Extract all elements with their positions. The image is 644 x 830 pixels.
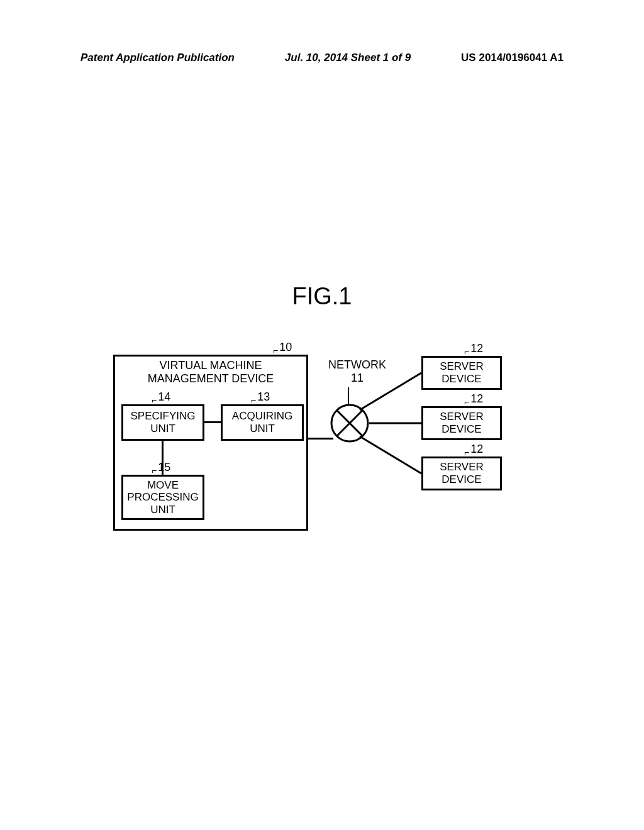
connector-line	[204, 421, 221, 423]
vmm-title: VIRTUAL MACHINE MANAGEMENT DEVICE	[115, 359, 306, 385]
acquiring-unit-box: ACQUIRING UNIT	[221, 404, 304, 441]
hook-icon: ⌐	[464, 397, 469, 407]
header-right: US 2014/0196041 A1	[461, 52, 564, 64]
ref-14: ⌐14	[152, 390, 170, 404]
network-node-icon	[330, 404, 369, 443]
figure-diagram: ⌐10 VIRTUAL MACHINE MANAGEMENT DEVICE ⌐1…	[107, 340, 535, 553]
server-device-box: SERVER DEVICE	[421, 406, 502, 440]
ref-10: ⌐10	[273, 341, 292, 354]
ref-12: ⌐12	[464, 392, 483, 406]
hook-icon: ⌐	[152, 465, 157, 475]
hook-icon: ⌐	[152, 395, 157, 405]
network-label: NETWORK 11	[328, 358, 386, 384]
vmm-device-box: VIRTUAL MACHINE MANAGEMENT DEVICE ⌐14 SP…	[113, 355, 308, 531]
move-processing-unit-box: MOVE PROCESSING UNIT	[121, 475, 204, 520]
hook-icon: ⌐	[464, 447, 469, 457]
ref-12: ⌐12	[464, 443, 483, 456]
connector-line	[348, 387, 349, 405]
page-header: Patent Application Publication Jul. 10, …	[80, 52, 564, 64]
hook-icon: ⌐	[464, 346, 469, 357]
ref-12: ⌐12	[464, 342, 483, 355]
server-device-box: SERVER DEVICE	[421, 356, 502, 390]
specifying-unit-box: SPECIFYING UNIT	[121, 404, 204, 441]
figure-title: FIG.1	[0, 283, 644, 310]
header-center: Jul. 10, 2014 Sheet 1 of 9	[285, 52, 411, 64]
header-left: Patent Application Publication	[80, 52, 235, 64]
ref-13: ⌐13	[251, 390, 270, 404]
ref-15: ⌐15	[152, 461, 170, 474]
hook-icon: ⌐	[273, 345, 278, 355]
hook-icon: ⌐	[251, 395, 256, 405]
server-device-box: SERVER DEVICE	[421, 456, 502, 490]
connector-line	[308, 438, 333, 440]
